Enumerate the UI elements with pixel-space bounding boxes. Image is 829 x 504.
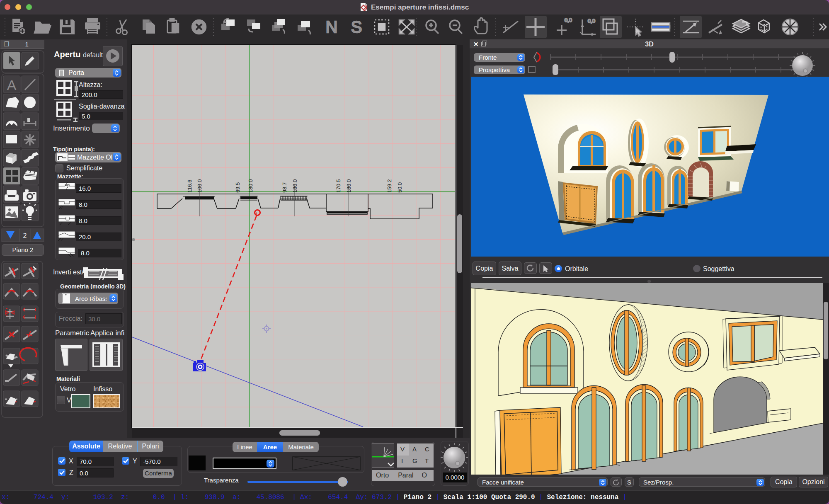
svg-text:R: R [30, 292, 34, 298]
svg-text:A: A [7, 77, 17, 93]
svg-text:180.0: 180.0 [292, 179, 298, 193]
svg-text:S: S [351, 18, 362, 36]
svg-text:50.0: 50.0 [397, 182, 403, 193]
svg-text:2: 2 [23, 232, 27, 239]
svg-text:180.0: 180.0 [346, 179, 352, 193]
svg-text:116.6: 116.6 [187, 179, 193, 193]
svg-text:0,0: 0,0 [588, 18, 595, 24]
svg-text:0,0: 0,0 [565, 17, 572, 23]
svg-text:69.5: 69.5 [235, 182, 241, 193]
svg-text:170.5: 170.5 [335, 179, 342, 193]
svg-text:98.7: 98.7 [281, 182, 288, 193]
svg-text:159.2: 159.2 [386, 179, 393, 193]
svg-text:100.0: 100.0 [196, 179, 203, 193]
svg-text:N: N [326, 18, 338, 36]
svg-text:180.0: 180.0 [247, 179, 254, 193]
